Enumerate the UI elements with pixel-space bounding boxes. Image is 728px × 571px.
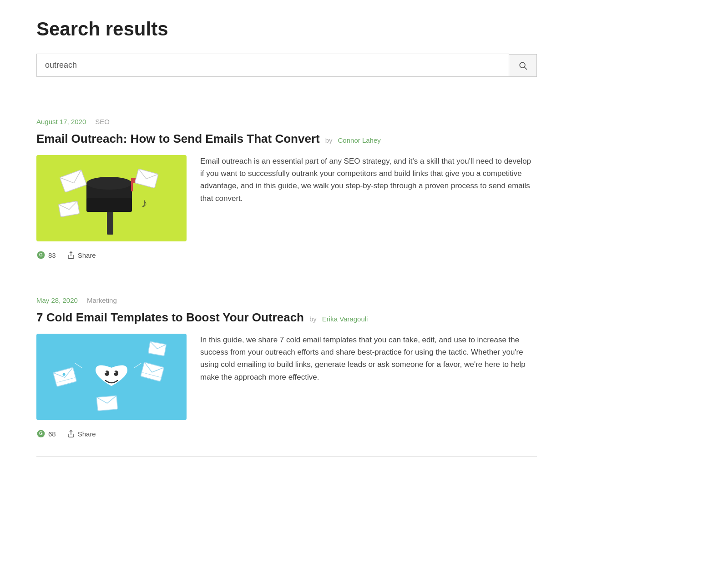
result-category-1: SEO xyxy=(95,118,110,125)
result-author-1[interactable]: Connor Lahey xyxy=(338,136,381,144)
result-body-1: ♪ Email outreach is an essential part of… xyxy=(36,155,537,241)
search-input[interactable] xyxy=(36,54,509,77)
result-meta-2: May 28, 2020 Marketing xyxy=(36,296,537,304)
result-body-2: In this guide, we share 7 cold email tem… xyxy=(36,334,537,420)
vote-count-2: 68 xyxy=(48,430,56,438)
results-container: August 17, 2020 SEO Email Outreach: How … xyxy=(36,100,537,457)
result-meta-1: August 17, 2020 SEO xyxy=(36,118,537,125)
result-share-1[interactable]: Share xyxy=(67,251,96,259)
result-footer-1: G 83 Share xyxy=(36,250,537,260)
result-item-2: May 28, 2020 Marketing 7 Cold Email Temp… xyxy=(36,278,537,457)
result-share-2[interactable]: Share xyxy=(67,430,96,438)
svg-point-18 xyxy=(114,371,116,373)
vote-icon-1: G xyxy=(36,250,46,260)
result-votes-2[interactable]: G 68 xyxy=(36,429,56,438)
result-date-2: May 28, 2020 xyxy=(36,296,78,304)
svg-line-26 xyxy=(75,363,82,368)
result-category-2: Marketing xyxy=(87,296,117,304)
result-item-1: August 17, 2020 SEO Email Outreach: How … xyxy=(36,100,537,278)
result-description-2: In this guide, we share 7 cold email tem… xyxy=(200,334,537,420)
result-date-1: August 17, 2020 xyxy=(36,118,86,125)
svg-rect-4 xyxy=(86,198,132,212)
svg-line-1 xyxy=(525,67,527,69)
search-icon xyxy=(518,61,527,70)
svg-point-15 xyxy=(105,371,109,376)
svg-point-5 xyxy=(86,177,132,190)
result-title-row-1: Email Outreach: How to Send Emails That … xyxy=(36,132,537,146)
result-title-row-2: 7 Cold Email Templates to Boost Your Out… xyxy=(36,311,537,325)
share-label-2: Share xyxy=(78,430,96,438)
share-icon-1 xyxy=(67,251,75,259)
svg-rect-10 xyxy=(59,201,80,217)
svg-text:G: G xyxy=(39,431,43,436)
result-footer-2: G 68 Share xyxy=(36,429,537,438)
svg-point-16 xyxy=(114,371,118,376)
svg-line-27 xyxy=(134,363,141,368)
vote-count-1: 83 xyxy=(48,251,56,259)
result-author-2[interactable]: Erika Varagouli xyxy=(322,315,368,323)
svg-rect-8 xyxy=(60,170,86,192)
result-image-1: ♪ xyxy=(36,155,187,241)
svg-point-17 xyxy=(105,371,106,373)
result-by-1: by xyxy=(325,136,333,144)
share-label-1: Share xyxy=(78,251,96,259)
mailbox-illustration: ♪ xyxy=(36,155,187,241)
result-votes-1[interactable]: G 83 xyxy=(36,250,56,260)
heart-illustration xyxy=(36,334,187,420)
search-bar xyxy=(36,54,537,77)
result-title-2[interactable]: 7 Cold Email Templates to Boost Your Out… xyxy=(36,311,304,325)
search-button[interactable] xyxy=(509,54,537,77)
share-icon-2 xyxy=(67,430,75,438)
result-image-2 xyxy=(36,334,187,420)
result-description-1: Email outreach is an essential part of a… xyxy=(200,155,537,241)
svg-text:G: G xyxy=(39,252,43,257)
result-title-1[interactable]: Email Outreach: How to Send Emails That … xyxy=(36,132,320,146)
result-by-2: by xyxy=(309,315,317,323)
page-title: Search results xyxy=(36,18,692,40)
svg-text:♪: ♪ xyxy=(141,196,147,210)
vote-icon-2: G xyxy=(36,429,46,438)
